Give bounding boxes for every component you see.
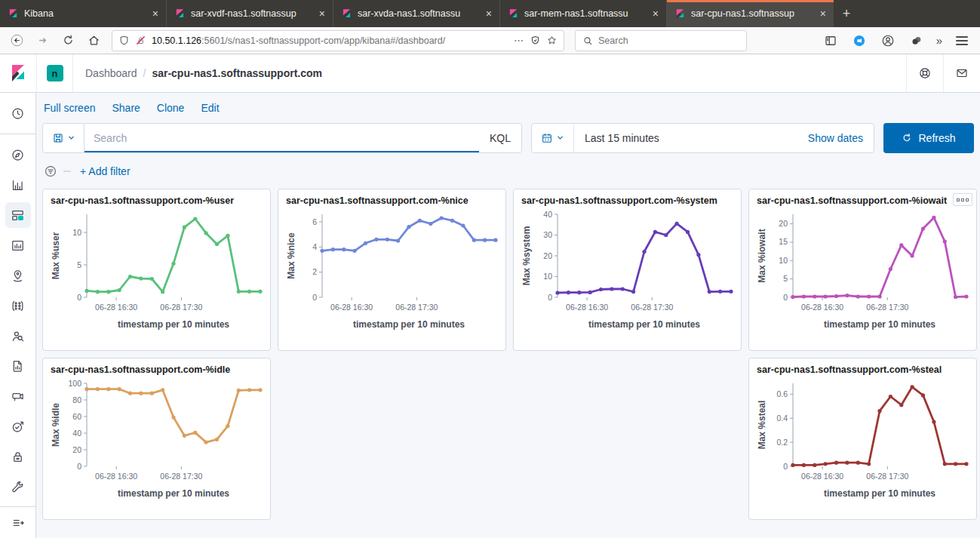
filter-drop-dash [63,171,71,172]
refresh-icon [902,133,912,143]
browser-tab[interactable]: Kibana× [0,0,167,27]
svg-text:20: 20 [779,219,788,228]
url-bar[interactable]: 10.50.1.126:5601/s/nas1-softnassupport-c… [112,30,564,51]
dashboard-panel: sar-cpu-nas1.softnassupport.com-%iowait0… [748,189,977,351]
sidebar-item-bar-chart[interactable] [5,172,31,198]
svg-text:20: 20 [72,445,81,454]
tab-close-icon[interactable]: × [651,8,660,20]
new-tab-button[interactable]: + [834,0,859,27]
account-icon[interactable] [877,30,899,51]
tab-close-icon[interactable]: × [484,8,493,20]
sidebar-item-lock[interactable] [5,444,31,469]
help-button[interactable] [906,54,943,92]
chevron-down-icon [556,134,564,142]
browser-tab-bar: Kibana×sar-xvdf-nas1.softnassup×sar-xvda… [0,0,980,27]
page-actions-icon[interactable]: ⋯ [514,35,524,46]
kibana-favicon [341,8,352,20]
toolbar-link-edit[interactable]: Edit [201,102,219,114]
svg-text:06-28 16:30: 06-28 16:30 [801,472,843,481]
kibana-favicon [674,8,686,20]
sidebar-item-clock-check[interactable] [5,413,31,439]
sidebar-item-canvas[interactable] [5,232,31,258]
saved-query-button[interactable] [43,124,84,152]
time-range-value[interactable]: Last 15 minutes [574,132,659,144]
forward-button[interactable] [32,30,53,51]
panel-options-button[interactable] [953,193,972,206]
browser-tab[interactable]: sar-xvda-nas1.softnassu× [333,0,500,27]
time-picker: Last 15 minutes Show dates [531,123,874,153]
camera-icon [11,389,25,404]
browser-tab[interactable]: sar-cpu-nas1.softnassup× [667,0,834,27]
collapse-icon [11,516,25,530]
svg-text:5: 5 [77,260,81,269]
svg-text:06-28 16:30: 06-28 16:30 [330,303,373,312]
svg-text:10: 10 [779,256,788,265]
reader-sidebar-icon[interactable] [820,30,841,51]
sidebar-item-user-search[interactable] [5,323,31,349]
tab-close-icon[interactable]: × [819,8,828,20]
browser-tab[interactable]: sar-xvdf-nas1.softnassup× [167,0,333,27]
sidebar-collapse-button[interactable] [0,506,35,538]
breadcrumb-section[interactable]: Dashboard [85,67,137,79]
show-dates-link[interactable]: Show dates [808,132,874,144]
tab-title: sar-xvda-nas1.softnassu [358,8,479,19]
space-selector[interactable]: n [37,54,73,92]
toolbar-link-share[interactable]: Share [112,102,140,114]
toolbar-link-clone[interactable]: Clone [157,102,185,114]
svg-text:15: 15 [779,237,788,246]
overflow-chevrons-icon[interactable]: » [935,34,944,47]
svg-text:6: 6 [312,217,317,226]
kibana-favicon [8,8,19,20]
svg-text:0.2: 0.2 [776,438,788,447]
dashboard-toolbar: Full screenShareCloneEdit [42,100,974,123]
wrench-icon [11,480,25,494]
home-button[interactable] [83,30,104,51]
svg-text:40: 40 [72,429,81,438]
insecure-lock-icon [135,35,146,46]
newsfeed-button[interactable] [943,54,980,92]
user-search-icon [11,329,25,343]
panel-title: sar-cpu-nas1.softnassupport.com-%steal [755,364,970,375]
bar-chart-icon [11,178,25,192]
calendar-button[interactable] [532,124,574,152]
kibana-logo[interactable] [0,54,37,92]
kql-label[interactable]: KQL [479,124,521,152]
filter-circle-icon[interactable] [44,164,57,178]
url-text[interactable]: 10.50.1.126:5601/s/nas1-softnassupport-c… [152,35,508,46]
refresh-button[interactable]: Refresh [883,123,974,153]
sidebar-item-wrench[interactable] [5,474,31,500]
sidebar-item-ml-dots[interactable] [5,293,31,318]
extension-blob-icon[interactable] [906,30,927,51]
back-button[interactable] [6,30,27,51]
menu-hamburger-icon[interactable] [951,30,972,51]
kql-search-input[interactable] [84,124,479,152]
svg-text:06-28 16:30: 06-28 16:30 [566,303,608,312]
line-chart: 0510152006-28 16:3006-28 17:30Max %iowai… [755,209,972,343]
sidebar-item-clock[interactable] [5,100,31,126]
toolbar-link-full-screen[interactable]: Full screen [44,102,95,114]
tracking-shield-icon[interactable] [118,35,130,46]
sidebar-item-compass[interactable] [5,142,31,168]
browser-tab[interactable]: sar-mem-nas1.softnassu× [500,0,667,27]
map-pin-icon [11,269,25,283]
browser-search-box[interactable] [575,30,747,51]
browser-search-input[interactable] [598,35,719,46]
add-filter-link[interactable]: + Add filter [80,165,131,177]
tab-close-icon[interactable]: × [318,8,327,20]
sidebar-item-map-pin[interactable] [5,263,31,288]
sidebar-item-dashboard[interactable] [5,202,31,228]
bookmark-star-icon[interactable] [546,35,558,46]
extension-blue-icon[interactable] [849,30,870,51]
sidebar-item-document-chart[interactable] [5,353,31,379]
svg-text:06-28 17:30: 06-28 17:30 [160,472,202,481]
sidebar-item-camera[interactable] [5,383,31,409]
dashboard-panel: sar-cpu-nas1.softnassupport.com-%user051… [42,189,271,351]
reload-button[interactable] [57,30,78,51]
tab-close-icon[interactable]: × [151,8,160,20]
kibana-header: n Dashboard / sar-cpu-nas1.softnassuppor… [0,54,980,93]
line-chart: 00.20.40.606-28 16:3006-28 17:30Max %ste… [755,378,972,512]
svg-text:timestamp per 10 minutes: timestamp per 10 minutes [824,488,935,499]
permissions-shield-icon[interactable] [530,35,541,46]
tab-strip: Kibana×sar-xvdf-nas1.softnassup×sar-xvda… [0,0,834,27]
svg-text:40: 40 [543,210,552,219]
